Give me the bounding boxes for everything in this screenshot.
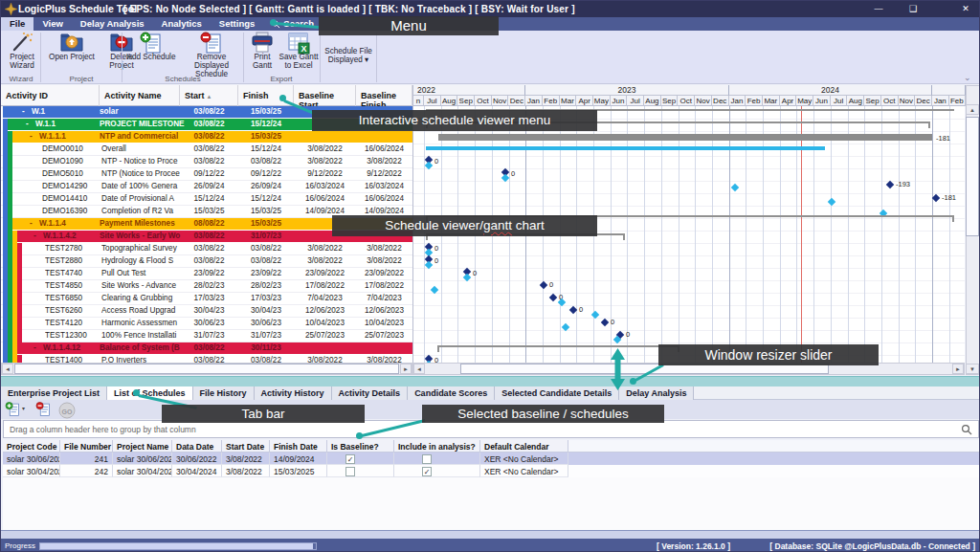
activity-row[interactable]: TEST6850Clearing & Grubbing17/03/2317/03… — [1, 293, 412, 305]
expand-collapse-icon[interactable]: - — [22, 106, 25, 118]
tab-selected-candidate-details[interactable]: Selected Candidate Details — [495, 386, 619, 400]
minimize-button[interactable]: — — [864, 1, 893, 16]
column-header-start[interactable]: Start▲ — [180, 85, 238, 106]
menu-item-analytics[interactable]: Analytics — [153, 17, 211, 31]
save-gantt-to-excel-button[interactable]: XSave Ganttto Excel — [278, 31, 319, 73]
grid-column-header-finish-date[interactable]: Finish Date — [270, 440, 327, 453]
schedule-file-displayed-button[interactable]: Schedule FileDisplayed ▾ — [323, 31, 374, 73]
activity-row[interactable]: TEST6260Access Road Upgrad30/04/2330/04/… — [1, 305, 412, 318]
tab-activity-details[interactable]: Activity Details — [332, 386, 409, 400]
grid-column-header-include-in-analysis-[interactable]: Include in analysis? — [394, 440, 480, 453]
remove-schedule-small[interactable] — [35, 402, 53, 418]
remove-displayed-schedule-button[interactable]: Remove DisplayedSchedule — [179, 31, 244, 73]
expand-collapse-icon[interactable]: - — [26, 119, 29, 130]
grid-column-header-default-calendar[interactable]: Default Calendar — [480, 440, 568, 453]
dropdown-caret-icon[interactable]: ▾ — [22, 405, 25, 411]
activity-row[interactable]: TEST12300100% Fence Installati31/07/2331… — [1, 330, 412, 342]
project-wizard-button[interactable]: ProjectWizard — [3, 31, 41, 73]
grid-column-header-project-name[interactable]: Project Name — [113, 440, 172, 453]
table-hscrollbar-right-arrow[interactable]: ► — [400, 364, 412, 374]
baseline-finish: 9/12/2022 — [356, 168, 412, 180]
baseline-milestone-icon[interactable] — [731, 184, 739, 191]
activity-start: 03/08/22 — [180, 231, 238, 242]
schedule-row[interactable]: solar 30/06/2022241solar 30/06/202230/06… — [3, 453, 979, 465]
activity-row[interactable]: DEMO14290Date of 100% Genera26/09/2426/0… — [1, 181, 412, 193]
baseline-finish: 16/06/2024 — [356, 193, 412, 205]
menu-item-view[interactable]: View — [33, 17, 71, 31]
sort-asc-icon: ▲ — [207, 94, 212, 99]
grid-cell — [327, 465, 394, 477]
activity-name: NTP (Notice to Procee — [101, 168, 180, 180]
gantt-month-gridline — [881, 106, 882, 363]
gantt-summary-line[interactable] — [437, 345, 679, 347]
expand-collapse-icon[interactable]: - — [30, 131, 33, 143]
activity-row[interactable]: DEMO1090NTP - Notice to Proce03/08/2203/… — [1, 156, 412, 168]
annotation-dot — [133, 389, 140, 396]
menu-item-settings[interactable]: Settings — [211, 17, 263, 31]
activity-row[interactable]: -W.1.1.4.12Balance of System (B03/08/223… — [1, 342, 412, 355]
activity-row[interactable]: -W.1.1.1NTP and Commercial03/08/2215/03/… — [1, 131, 412, 144]
activity-row[interactable]: TEST4120Harmonic Assessmen30/06/2330/06/… — [1, 318, 412, 330]
column-header-activity-name[interactable]: Activity Name — [100, 85, 180, 106]
menu-item-delay-analysis[interactable]: Delay Analysis — [72, 17, 153, 31]
current-milestone-icon[interactable] — [601, 319, 609, 326]
add-schedule-small[interactable] — [5, 402, 22, 418]
baseline-bar[interactable] — [426, 146, 825, 150]
maximize-button[interactable]: ❑ — [899, 1, 927, 16]
grid-column-header-start-date[interactable]: Start Date — [222, 440, 270, 453]
timeline-month: Aug — [441, 96, 458, 106]
table-hscrollbar-thumb[interactable] — [14, 364, 399, 374]
include-in-analysis-checkbox[interactable] — [422, 454, 432, 464]
search-icon[interactable] — [961, 424, 972, 435]
activity-row[interactable]: TEST4740Pull Out Test23/09/2223/09/2223/… — [1, 268, 412, 280]
baseline-finish: 17/08/2022 — [356, 280, 412, 292]
grid-column-header-project-code[interactable]: Project Code — [3, 440, 60, 453]
grid-column-header-data-date[interactable]: Data Date — [172, 440, 222, 453]
activity-row[interactable]: TEST2780Topographical Survey03/08/2203/0… — [1, 243, 412, 255]
gantt-hscrollbar-right-arrow[interactable]: ► — [952, 364, 964, 374]
activity-name: Hydrology & Flood S — [101, 255, 180, 267]
expand-collapse-icon[interactable]: - — [30, 218, 33, 230]
close-button[interactable]: ✕ — [951, 1, 980, 16]
tab-activity-history[interactable]: Activity History — [255, 386, 332, 400]
is-baseline-checkbox[interactable] — [345, 467, 355, 476]
expand-collapse-icon[interactable]: - — [33, 342, 36, 354]
activity-start: 08/08/22 — [180, 218, 238, 230]
open-project-button[interactable]: Open Project — [43, 31, 100, 73]
column-header-baseline-start[interactable]: Baseline Start — [294, 85, 356, 106]
baseline-milestone-icon[interactable] — [828, 198, 835, 206]
tab-candidate-scores[interactable]: Candidate Scores — [408, 386, 495, 400]
add-schedule-button[interactable]: Add Schedule — [123, 31, 179, 73]
activity-row[interactable]: DEMO0010Overall03/08/2215/12/243/08/2022… — [1, 144, 412, 156]
tab-delay-analysis[interactable]: Delay Analysis — [619, 386, 694, 400]
gantt-vscrollbar-up-arrow[interactable]: ▲ — [966, 104, 979, 115]
activity-row[interactable]: TEST1400P.O Inverters03/08/2203/08/223/0… — [1, 355, 412, 363]
tab-file-history[interactable]: File History — [193, 386, 255, 400]
activity-row[interactable]: DEMO5010NTP (Notice to Procee09/12/2209/… — [1, 168, 412, 181]
is-baseline-checkbox[interactable]: ✓ — [345, 454, 355, 464]
collapse-ribbon-icon[interactable]: ⌄ — [964, 73, 971, 82]
print-gantt-button[interactable]: PrintGantt — [246, 31, 278, 73]
gantt-vscrollbar-thumb[interactable] — [966, 117, 979, 236]
menu-item-file[interactable]: File — [1, 17, 33, 31]
current-milestone-icon[interactable] — [540, 281, 547, 289]
current-milestone-icon[interactable] — [549, 294, 557, 301]
grid-column-header-is-baseline-[interactable]: Is Baseline? — [327, 440, 394, 453]
current-milestone-icon[interactable] — [886, 181, 894, 188]
gantt-hscrollbar-left-arrow[interactable]: ◄ — [413, 364, 425, 374]
column-header-activity-id[interactable]: Activity ID — [1, 85, 100, 106]
activity-row[interactable]: DEMO14410Date of Provisional A15/12/2415… — [1, 193, 412, 206]
tab-enterprise-project-list[interactable]: Enterprise Project List — [1, 386, 107, 400]
table-hscrollbar-left-arrow[interactable]: ◄ — [2, 364, 13, 374]
include-in-analysis-checkbox[interactable]: ✓ — [422, 467, 432, 476]
window-resizer-slider[interactable] — [1, 376, 980, 386]
activity-row[interactable]: TEST4850Site Works - Advance28/02/2328/0… — [1, 280, 412, 293]
grid-column-header-file-number[interactable]: File Number — [60, 440, 113, 453]
activity-row[interactable]: TEST2880Hydrology & Flood S03/08/2203/08… — [1, 255, 412, 268]
expand-collapse-icon[interactable]: - — [33, 231, 36, 242]
column-header-baseline-finish[interactable]: Baseline Finish — [356, 85, 412, 106]
current-milestone-icon[interactable] — [932, 194, 940, 202]
gantt-vscrollbar-down-arrow[interactable]: ▼ — [966, 364, 979, 374]
gantt-summary-bar[interactable] — [438, 134, 932, 141]
schedule-row[interactable]: solar 30/04/2024242solar 30/04/202430/04… — [3, 465, 979, 477]
